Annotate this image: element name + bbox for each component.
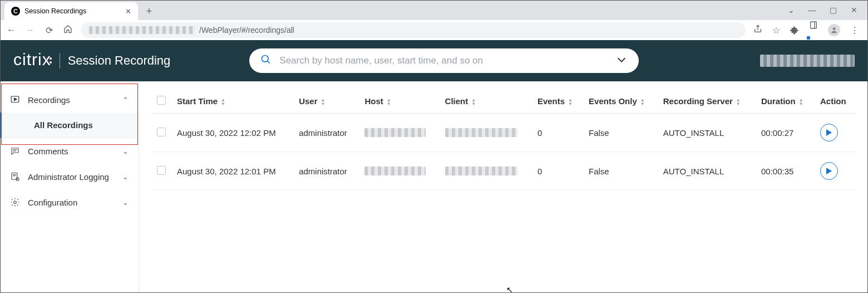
logo-block: citrix Session Recording xyxy=(13,50,170,72)
back-icon[interactable]: ← xyxy=(6,25,17,35)
row-checkbox[interactable] xyxy=(157,166,166,175)
chevron-down-icon[interactable] xyxy=(615,53,628,68)
citrix-logo: citrix xyxy=(13,50,52,72)
cell-action xyxy=(815,114,856,152)
new-tab-button[interactable]: + xyxy=(141,3,157,19)
extensions-icon[interactable] xyxy=(790,26,799,35)
url-obscured xyxy=(89,26,195,34)
sidebar-item-comments[interactable]: Comments ⌄ xyxy=(0,138,139,164)
url-visible: /WebPlayer/#/recordings/all xyxy=(199,26,294,35)
reader-icon[interactable] xyxy=(809,21,818,40)
svg-rect-0 xyxy=(811,22,817,28)
col-client[interactable]: Client▲▼ xyxy=(440,89,532,114)
col-start-time[interactable]: Start Time▲▼ xyxy=(171,89,293,114)
main-content: Start Time▲▼ User▲▼ Host▲▼ Client▲▼ Even… xyxy=(139,81,868,293)
table-row[interactable]: August 30, 2022 12:02 PM administrator 0… xyxy=(151,114,856,152)
maximize-icon[interactable]: ▢ xyxy=(829,6,837,14)
sidebar-item-label: Comments xyxy=(28,146,68,156)
svg-marker-14 xyxy=(826,129,832,136)
minimize-icon[interactable]: ― xyxy=(808,6,816,14)
col-recording-server[interactable]: Recording Server▲▼ xyxy=(658,89,756,114)
cell-events-only: False xyxy=(583,152,658,191)
tab-strip: C Session Recordings ✕ + ⌄ ― ▢ ✕ xyxy=(0,0,868,20)
sidebar-item-admin-logging[interactable]: Administrator Logging ⌄ xyxy=(0,164,139,189)
cell-events-only: False xyxy=(583,114,658,152)
play-button[interactable] xyxy=(820,124,838,141)
browser-tab[interactable]: C Session Recordings ✕ xyxy=(4,2,138,20)
row-checkbox[interactable] xyxy=(157,128,166,136)
forward-icon[interactable]: → xyxy=(24,25,36,35)
profile-icon[interactable] xyxy=(828,24,840,36)
sidebar-subitem-label: All Recordings xyxy=(34,120,93,130)
admin-log-icon xyxy=(10,172,20,182)
chevron-down-icon: ⌄ xyxy=(122,173,129,181)
obscured-value xyxy=(364,128,426,137)
browser-chrome: C Session Recordings ✕ + ⌄ ― ▢ ✕ ← → ⟳ /… xyxy=(0,0,868,40)
close-window-icon[interactable]: ✕ xyxy=(850,6,858,14)
cell-duration: 00:00:35 xyxy=(756,152,815,191)
comment-icon xyxy=(10,146,20,156)
chevron-down-icon: ⌄ xyxy=(122,147,129,155)
browser-toolbar: ← → ⟳ /WebPlayer/#/recordings/all ☆ xyxy=(0,20,868,40)
select-all-checkbox[interactable] xyxy=(157,96,166,105)
divider xyxy=(60,53,60,69)
col-user[interactable]: User▲▼ xyxy=(293,89,359,114)
play-button[interactable] xyxy=(820,162,838,180)
chevron-down-icon: ⌄ xyxy=(122,198,129,207)
svg-point-2 xyxy=(833,27,836,30)
svg-point-3 xyxy=(262,56,269,62)
cell-start-time: August 30, 2022 12:02 PM xyxy=(171,114,293,152)
sidebar-item-recordings[interactable]: Recordings ⌃ xyxy=(0,87,139,113)
col-events-only[interactable]: Events Only▲▼ xyxy=(583,89,658,114)
recordings-table: Start Time▲▼ User▲▼ Host▲▼ Client▲▼ Even… xyxy=(151,89,856,191)
sort-icon: ▲▼ xyxy=(387,98,391,106)
cell-recording-server: AUTO_INSTALL xyxy=(658,152,756,191)
sidebar-item-label: Recordings xyxy=(28,95,70,105)
svg-marker-15 xyxy=(826,168,832,174)
reload-icon[interactable]: ⟳ xyxy=(43,25,55,36)
window-controls: ⌄ ― ▢ ✕ xyxy=(788,0,868,20)
search-icon xyxy=(260,54,272,67)
chevron-up-icon: ⌃ xyxy=(122,96,129,104)
sidebar-subitem-all-recordings[interactable]: All Recordings xyxy=(0,113,139,138)
tab-favicon: C xyxy=(11,7,20,16)
cell-recording-server: AUTO_INSTALL xyxy=(658,114,756,152)
col-events[interactable]: Events▲▼ xyxy=(532,89,583,114)
search-bar[interactable] xyxy=(249,48,639,73)
chrome-right-icons: ☆ ⋮ xyxy=(753,21,862,40)
sidebar: Recordings ⌃ All Recordings Comments ⌄ A… xyxy=(0,81,139,293)
close-icon[interactable]: ✕ xyxy=(125,7,131,16)
sort-icon: ▲▼ xyxy=(320,98,325,106)
share-icon[interactable] xyxy=(753,25,762,36)
sidebar-item-configuration[interactable]: Configuration ⌄ xyxy=(0,189,139,215)
play-square-icon xyxy=(10,95,20,105)
table-row[interactable]: August 30, 2022 12:01 PM administrator 0… xyxy=(151,152,856,191)
col-host[interactable]: Host▲▼ xyxy=(359,89,439,114)
cell-events: 0 xyxy=(532,152,583,191)
search-input[interactable] xyxy=(279,55,608,66)
tabs-dropdown-icon[interactable]: ⌄ xyxy=(788,6,795,14)
cell-duration: 00:00:27 xyxy=(756,114,815,152)
cell-client xyxy=(440,152,532,191)
obscured-value xyxy=(445,128,517,137)
cell-start-time: August 30, 2022 12:01 PM xyxy=(171,152,293,191)
address-bar[interactable]: /WebPlayer/#/recordings/all xyxy=(81,22,746,38)
col-action: Action xyxy=(815,89,856,114)
svg-line-4 xyxy=(268,61,270,64)
obscured-value xyxy=(445,167,517,175)
table-header-row: Start Time▲▼ User▲▼ Host▲▼ Client▲▼ Even… xyxy=(151,89,856,114)
cell-host xyxy=(359,114,439,152)
cell-action xyxy=(815,152,856,191)
obscured-value xyxy=(364,167,426,175)
sidebar-item-label: Administrator Logging xyxy=(28,172,109,182)
home-icon[interactable] xyxy=(62,25,73,36)
user-info-obscured xyxy=(760,55,855,67)
svg-marker-6 xyxy=(14,98,17,101)
col-duration[interactable]: Duration▲▼ xyxy=(756,89,815,114)
sort-icon: ▲▼ xyxy=(471,98,476,106)
kebab-menu-icon[interactable]: ⋮ xyxy=(850,25,859,36)
sort-icon: ▲▼ xyxy=(799,98,803,106)
sort-icon: ▲▼ xyxy=(640,98,645,106)
star-icon[interactable]: ☆ xyxy=(772,25,780,36)
sort-icon: ▲▼ xyxy=(736,98,741,106)
